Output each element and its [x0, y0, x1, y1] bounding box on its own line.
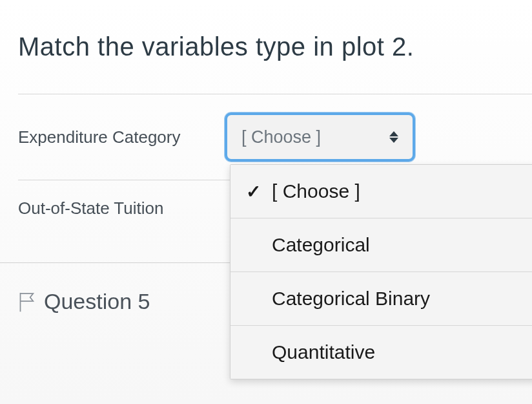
dropdown-option-categorical-binary[interactable]: Categorical Binary	[230, 272, 532, 326]
dropdown-menu: [ Choose ] Categorical Categorical Binar…	[230, 164, 532, 379]
match-label-2: Out-of-State Tuition	[18, 198, 225, 218]
match-row-1: Expenditure Category [ Choose ] [ Choose…	[18, 94, 532, 180]
select-expenditure-category[interactable]: [ Choose ]	[225, 112, 415, 162]
chevron-updown-icon	[389, 131, 398, 143]
dropdown-option-choose[interactable]: [ Choose ]	[230, 165, 532, 218]
next-question-label: Question 5	[44, 289, 150, 314]
match-label-1: Expenditure Category	[18, 127, 225, 147]
select-wrapper-1: [ Choose ] [ Choose ] Categorical Catego…	[225, 112, 415, 162]
dropdown-option-categorical[interactable]: Categorical	[230, 218, 532, 272]
flag-icon	[18, 291, 36, 313]
select-value: [ Choose ]	[241, 127, 321, 147]
dropdown-option-quantitative[interactable]: Quantitative	[230, 326, 532, 379]
question-title: Match the variables type in plot 2.	[18, 32, 532, 61]
